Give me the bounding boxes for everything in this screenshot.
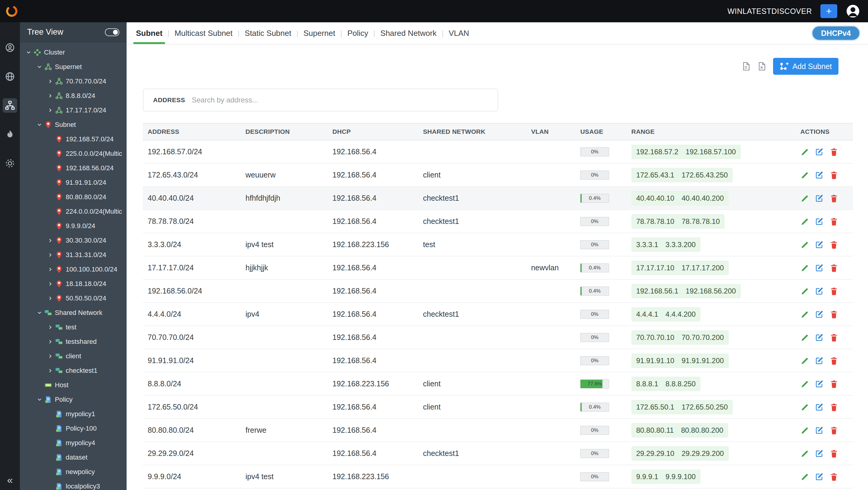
pen-icon[interactable] bbox=[801, 286, 809, 296]
edit-icon[interactable] bbox=[815, 240, 824, 249]
tree-item[interactable]: newpolicy bbox=[20, 465, 127, 479]
tree-item[interactable]: checktest1 bbox=[20, 363, 127, 378]
tree-item[interactable]: Policy-100 bbox=[20, 421, 127, 436]
tree-item[interactable]: mypolicy1 bbox=[20, 407, 127, 421]
chevron-right-icon[interactable] bbox=[46, 79, 55, 84]
dhcp-flame-icon[interactable] bbox=[3, 127, 17, 142]
tree-item[interactable]: Policy bbox=[20, 392, 127, 407]
tab-subnet[interactable]: Subnet bbox=[131, 22, 167, 44]
table-row[interactable]: 40.40.40.0/24hfhfdhjfdjh192.168.56.4chec… bbox=[143, 187, 853, 210]
table-row[interactable]: 172.65.43.0/24weuuerw192.168.56.4client0… bbox=[143, 163, 853, 187]
table-row[interactable]: 192.168.57.0/24192.168.56.40%192.168.57.… bbox=[143, 140, 853, 163]
edit-icon[interactable] bbox=[815, 426, 824, 435]
tab-multicast-subnet[interactable]: Multicast Subnet bbox=[169, 22, 238, 44]
pen-icon[interactable] bbox=[801, 147, 809, 156]
edit-icon[interactable] bbox=[815, 310, 824, 319]
edit-icon[interactable] bbox=[815, 194, 824, 203]
chevron-right-icon[interactable] bbox=[46, 368, 55, 373]
tree-item[interactable]: 9.9.9.0/24 bbox=[20, 219, 127, 233]
pen-icon[interactable] bbox=[801, 426, 809, 435]
tree-item[interactable]: localpolicy3 bbox=[20, 479, 127, 490]
edit-icon[interactable] bbox=[815, 333, 824, 342]
chevron-right-icon[interactable] bbox=[46, 267, 55, 272]
chevron-down-icon[interactable] bbox=[35, 122, 44, 127]
tree-item[interactable]: 80.80.80.0/24 bbox=[20, 190, 127, 204]
chevron-right-icon[interactable] bbox=[46, 238, 55, 243]
tab-static-subnet[interactable]: Static Subnet bbox=[240, 22, 297, 44]
tree-item[interactable]: 50.50.50.0/24 bbox=[20, 291, 127, 306]
tab-shared-network[interactable]: Shared Network bbox=[375, 22, 441, 44]
tree-item[interactable]: 17.17.17.0/24 bbox=[20, 103, 127, 118]
delete-icon[interactable] bbox=[830, 147, 838, 156]
pen-icon[interactable] bbox=[801, 217, 809, 226]
chevron-right-icon[interactable] bbox=[46, 252, 55, 258]
delete-icon[interactable] bbox=[830, 264, 838, 272]
tree-item[interactable]: test bbox=[20, 320, 127, 335]
pen-icon[interactable] bbox=[801, 310, 809, 319]
ipam-icon[interactable] bbox=[3, 98, 17, 113]
table-row[interactable]: 4.4.4.0/24ipv4192.168.56.4checktest10%4.… bbox=[143, 303, 853, 326]
edit-icon[interactable] bbox=[815, 403, 824, 412]
delete-icon[interactable] bbox=[830, 171, 838, 180]
tab-policy[interactable]: Policy bbox=[342, 22, 373, 44]
tree-item[interactable]: 100.100.100.0/24 bbox=[20, 262, 127, 277]
tree-item[interactable]: Supernet bbox=[20, 60, 127, 74]
table-row[interactable]: 3.3.3.0/24ipv4 test192.168.223.156test0%… bbox=[143, 233, 853, 256]
chevron-right-icon[interactable] bbox=[46, 93, 55, 98]
dns-globe-icon[interactable] bbox=[3, 69, 17, 84]
delete-icon[interactable] bbox=[830, 240, 838, 249]
pen-icon[interactable] bbox=[801, 171, 809, 180]
pen-icon[interactable] bbox=[801, 449, 809, 458]
table-row[interactable]: 91.91.91.0/24192.168.56.40%91.91.91.1091… bbox=[143, 349, 853, 372]
delete-icon[interactable] bbox=[830, 449, 838, 458]
add-subnet-button[interactable]: Add Subnet bbox=[773, 58, 838, 75]
tree-item[interactable]: Cluster bbox=[20, 45, 127, 60]
tree-item[interactable]: testshared bbox=[20, 335, 127, 349]
edit-icon[interactable] bbox=[815, 171, 824, 180]
tree-item[interactable]: 31.31.31.0/24 bbox=[20, 248, 127, 262]
delete-icon[interactable] bbox=[830, 194, 838, 203]
pen-icon[interactable] bbox=[801, 403, 809, 412]
chevron-right-icon[interactable] bbox=[46, 296, 55, 301]
tree-item[interactable]: 18.18.18.0/24 bbox=[20, 277, 127, 291]
chevron-right-icon[interactable] bbox=[46, 339, 55, 344]
chevron-right-icon[interactable] bbox=[46, 108, 55, 113]
tree-item[interactable]: 192.168.56.0/24 bbox=[20, 161, 127, 175]
delete-icon[interactable] bbox=[830, 379, 838, 389]
table-row[interactable]: 29.29.29.0/24192.168.56.4checktest10%29.… bbox=[143, 442, 853, 465]
tree-item[interactable]: Host bbox=[20, 378, 127, 392]
table-row[interactable]: 78.78.78.0/24192.168.56.4checktest10%78.… bbox=[143, 210, 853, 233]
table-row[interactable]: 80.80.80.0/24frerwe192.168.56.40%80.80.8… bbox=[143, 419, 853, 442]
tab-vlan[interactable]: VLAN bbox=[444, 22, 474, 44]
tree-view-toggle[interactable] bbox=[105, 28, 119, 36]
pen-icon[interactable] bbox=[801, 356, 809, 365]
table-row[interactable]: 17.17.17.0/24hjjkhjjk192.168.56.4newvlan… bbox=[143, 256, 853, 279]
pdf-export-icon[interactable] bbox=[741, 61, 751, 71]
delete-icon[interactable] bbox=[830, 286, 838, 296]
chevron-down-icon[interactable] bbox=[35, 397, 44, 402]
avatar-icon[interactable] bbox=[846, 4, 860, 19]
pen-icon[interactable] bbox=[801, 264, 809, 272]
dhcp-version-button[interactable]: DHCPv4 bbox=[812, 26, 860, 41]
edit-icon[interactable] bbox=[815, 449, 824, 458]
user-icon[interactable] bbox=[3, 40, 17, 55]
edit-icon[interactable] bbox=[815, 356, 824, 365]
edit-icon[interactable] bbox=[815, 472, 824, 481]
chevron-down-icon[interactable] bbox=[35, 310, 44, 315]
edit-icon[interactable] bbox=[815, 217, 824, 226]
edit-icon[interactable] bbox=[815, 286, 824, 296]
table-row[interactable]: 9.9.9.0/24ipv4 test192.168.223.1560%9.9.… bbox=[143, 465, 853, 488]
pen-icon[interactable] bbox=[801, 194, 809, 203]
tree-item[interactable]: 70.70.70.0/24 bbox=[20, 74, 127, 89]
chevron-right-icon[interactable] bbox=[46, 281, 55, 286]
tree-item[interactable]: 225.0.0.0/24(Multic bbox=[20, 147, 127, 161]
excel-export-icon[interactable] bbox=[757, 61, 767, 71]
delete-icon[interactable] bbox=[830, 472, 838, 481]
chevron-right-icon[interactable] bbox=[46, 354, 55, 359]
tree-item[interactable]: client bbox=[20, 349, 127, 363]
collapse-sidebar-button[interactable]: « bbox=[0, 474, 20, 486]
tree-item[interactable]: mypolicy4 bbox=[20, 436, 127, 450]
search-input[interactable] bbox=[192, 96, 490, 104]
tab-supernet[interactable]: Supernet bbox=[299, 22, 341, 44]
edit-icon[interactable] bbox=[815, 147, 824, 156]
